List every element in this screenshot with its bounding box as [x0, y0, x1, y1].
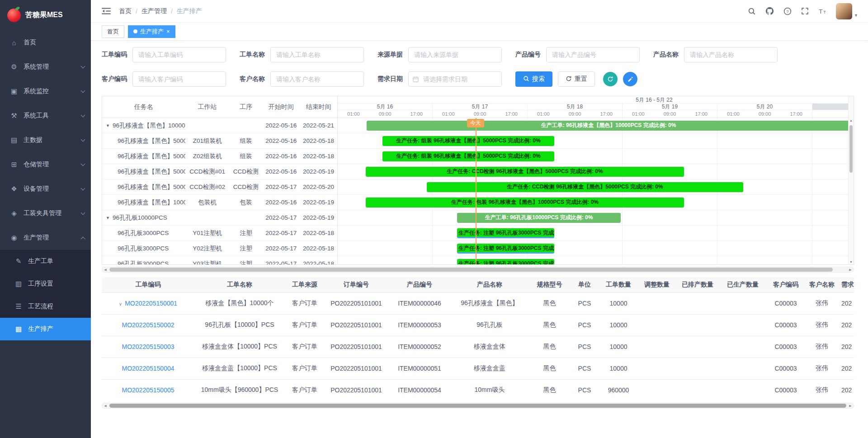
edit-circle-button[interactable] — [623, 72, 637, 86]
orders-cell-product_no: ITEM00000053 — [388, 314, 451, 336]
task-name: 96孔移液盒【黑色】10000PCS — [113, 122, 185, 130]
sidebar-item-设备管理[interactable]: ❖设备管理 — [0, 177, 91, 201]
submenu-item-工序设置[interactable]: ▥工序设置 — [0, 273, 91, 295]
scroll-right-arrow-icon[interactable]: ▶ — [847, 403, 854, 408]
close-icon[interactable]: × — [166, 28, 170, 34]
filter-input-客户编码[interactable] — [132, 71, 226, 87]
end-time-cell: 2022-05-18 — [300, 230, 337, 236]
task-bar[interactable]: 生产任务: 组装 96孔移液盒【黑色】5000PCS 完成比例: 0% — [382, 136, 554, 146]
scroll-down-arrow-icon[interactable]: ▼ — [849, 260, 854, 264]
sidebar-item-系统管理[interactable]: ⚙系统管理 — [0, 55, 91, 79]
order-code-link[interactable]: MO202205150004 — [122, 365, 175, 372]
user-menu[interactable]: ▼ — [836, 3, 858, 19]
start-time-cell: 2022-05-16 — [262, 199, 300, 206]
chevron-up-icon — [81, 236, 85, 241]
sidebar-item-仓储管理[interactable]: ⊞仓储管理 — [0, 152, 91, 177]
orders-hscrollbar[interactable]: ◀ ▶ — [102, 403, 854, 409]
scroll-up-arrow-icon[interactable]: ▲ — [849, 119, 854, 122]
expand-caret-icon[interactable]: ∨ — [119, 301, 122, 306]
sidebar-toggle-icon[interactable] — [102, 7, 111, 15]
timeline-hours: 01:0009:0017:00 — [433, 110, 527, 118]
filter-input-产品编号[interactable] — [546, 47, 640, 62]
collapse-caret-icon[interactable]: ▼ — [106, 216, 110, 220]
filter-input-工单名称[interactable] — [270, 47, 364, 62]
filter-input-产品名称[interactable] — [684, 47, 778, 62]
filter-input-来源单据[interactable] — [408, 47, 502, 62]
font-size-icon[interactable]: TT — [818, 7, 826, 15]
scroll-left-arrow-icon[interactable]: ◀ — [102, 267, 108, 272]
home-icon: ⌂ — [9, 39, 19, 47]
help-icon[interactable]: ? — [783, 7, 792, 15]
task-bar[interactable]: 生产任务: 注塑 96孔孔板3000PCS 完成比例: 0% — [457, 228, 554, 238]
task-name-cell: 96孔移液盒【黑色】5000PCS — [102, 137, 185, 145]
sidebar-item-首页[interactable]: ⌂首页 — [0, 30, 91, 55]
filter-input-工单编码[interactable] — [132, 47, 226, 62]
work-order-bar[interactable]: 生产工单: 96孔移液盒【黑色】10000PCS 完成比例: 0% — [367, 121, 848, 131]
orders-column-header: 产品名称 — [451, 277, 528, 292]
submenu-item-生产排产[interactable]: ▦生产排产 — [0, 318, 91, 340]
sidebar-item-主数据[interactable]: ▤主数据 — [0, 128, 91, 152]
sidebar-item-系统监控[interactable]: ▣系统监控 — [0, 79, 91, 104]
orders-cell-adjust_qty — [639, 379, 675, 401]
vscroll-thumb[interactable] — [849, 125, 853, 173]
filter-label: 客户编码 — [102, 75, 127, 83]
order-code-link[interactable]: MO202205150002 — [122, 321, 175, 329]
task-bar[interactable]: 生产任务: 注塑 96孔孔板3000PCS 完成比例: 0% — [457, 259, 554, 264]
table-row: MO202205150003移液盒盒体【10000】PCS客户订单PO20220… — [102, 336, 854, 358]
order-code-link[interactable]: MO202205150001 — [125, 300, 177, 307]
orders-cell-source: 客户订单 — [285, 358, 325, 379]
tab-首页[interactable]: 首页 — [102, 25, 124, 38]
search-button[interactable]: 搜索 — [515, 71, 552, 87]
breadcrumb-item[interactable]: 首页 — [119, 7, 132, 15]
timeline-hour-label: 17:00 — [780, 110, 812, 118]
work-order-bar[interactable]: 生产工单: 96孔孔板10000PCS 完成比例: 0% — [457, 213, 621, 223]
avatar[interactable] — [836, 3, 852, 19]
gantt-hscrollbar[interactable]: ◀ ▶ — [102, 267, 854, 273]
timeline-hour-label: 09:00 — [559, 110, 591, 118]
hscroll-thumb[interactable] — [109, 268, 833, 272]
task-bar[interactable]: 生产任务: CCD检测 96孔移液盒【黑色】5000PCS 完成比例: 0% — [427, 182, 743, 192]
filter-input-客户名称[interactable] — [270, 71, 364, 87]
reset-button[interactable]: 重置 — [558, 71, 595, 87]
orders-cell-adjust_qty — [639, 358, 675, 379]
filter-field-客户编码: 客户编码 — [102, 71, 226, 87]
orders-cell-product_no: ITEM00000052 — [388, 336, 451, 358]
chevron-down-icon — [81, 89, 85, 93]
task-bar[interactable]: 生产任务: 包装 96孔移液盒【黑色】10000PCS 完成比例: 0% — [366, 198, 684, 207]
search-icon[interactable] — [748, 7, 756, 15]
fullscreen-icon[interactable] — [801, 7, 809, 15]
scroll-left-arrow-icon[interactable]: ◀ — [102, 403, 108, 408]
breadcrumb-item[interactable]: 生产管理 — [142, 7, 167, 15]
gantt-row-timeline: 生产任务: 注塑 96孔孔板3000PCS 完成比例: 0% — [338, 256, 848, 264]
order-code-link[interactable]: MO202205150003 — [122, 343, 175, 350]
task-bar[interactable]: 生产任务: CCD检测 96孔移液盒【黑色】5000PCS 完成比例: 0% — [366, 167, 684, 177]
hscroll-thumb[interactable] — [109, 404, 846, 408]
tab-生产排产[interactable]: 生产排产× — [128, 25, 175, 38]
sidebar-item-label: 设备管理 — [24, 185, 81, 193]
page-content: 工单编码工单名称来源单据产品编号产品名称 客户编码客户名称需求日期搜索重置 任务… — [91, 41, 868, 409]
reset-button-label: 重置 — [575, 75, 587, 83]
refresh-circle-button[interactable] — [603, 72, 618, 86]
submenu-item-工艺流程[interactable]: ☰工艺流程 — [0, 295, 91, 318]
github-icon[interactable] — [765, 7, 774, 15]
gantt-vscrollbar[interactable]: ▲ ▼ — [848, 96, 854, 264]
task-bar[interactable]: 生产任务: 组装 96孔移液盒【黑色】5000PCS 完成比例: 0% — [382, 151, 554, 161]
orders-cell-customer_code: C00003 — [765, 336, 806, 358]
orders-cell-spec: 黑色 — [528, 379, 571, 401]
collapse-caret-icon[interactable]: ▼ — [106, 123, 110, 128]
submenu-item-生产工单[interactable]: ✎生产工单 — [0, 250, 91, 273]
orders-cell-produced_qty — [720, 292, 765, 314]
timeline-hour-label: 09:00 — [464, 110, 496, 118]
end-time-cell: 2022-05-18 — [300, 153, 337, 160]
task-name: 96孔移液盒【黑色】5000PCS — [118, 137, 185, 145]
orders-cell-customer_name: 张伟 — [806, 358, 838, 379]
scroll-right-arrow-icon[interactable]: ▶ — [847, 267, 854, 272]
order-code-link[interactable]: MO202205150005 — [122, 386, 175, 394]
sidebar-item-生产管理[interactable]: ◉生产管理 — [0, 226, 91, 250]
timeline-hour-label: 01:00 — [717, 110, 749, 118]
sidebar-item-label: 仓储管理 — [24, 160, 81, 169]
sidebar-item-系统工具[interactable]: ⚒系统工具 — [0, 104, 91, 128]
task-bar[interactable]: 生产任务: 注塑 96孔孔板3000PCS 完成比例: 0% — [457, 244, 554, 254]
sidebar-item-工装夹具管理[interactable]: ◈工装夹具管理 — [0, 201, 91, 226]
due-date-input[interactable] — [408, 71, 502, 87]
